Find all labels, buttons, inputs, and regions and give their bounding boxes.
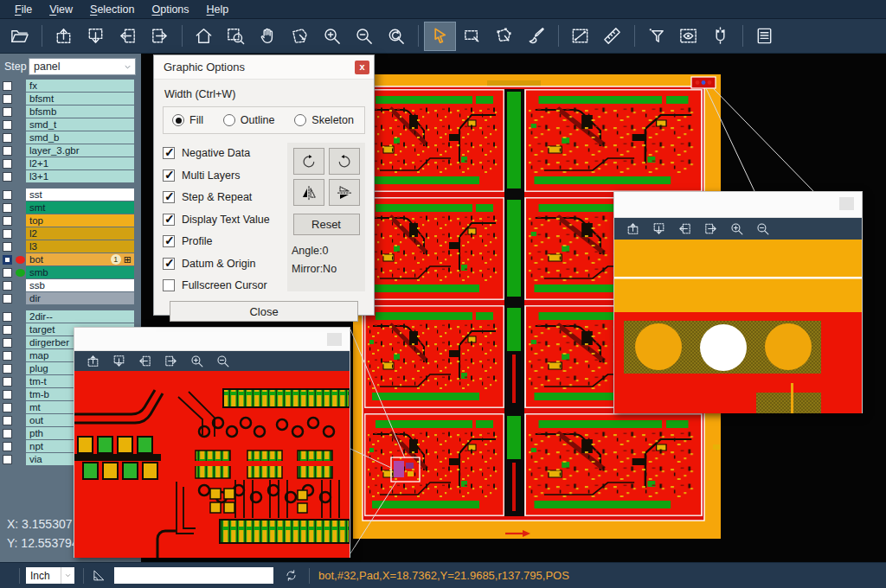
- layer-name[interactable]: ssb ⊞: [26, 279, 134, 291]
- menu-item[interactable]: View: [42, 2, 80, 17]
- layer-visibility-checkbox[interactable]: [3, 229, 12, 239]
- layer-visibility-checkbox[interactable]: [3, 107, 12, 117]
- layer-name[interactable]: 2dir-- ⊞: [26, 310, 134, 323]
- transform-button[interactable]: [329, 179, 360, 206]
- layer-visibility-checkbox[interactable]: [3, 268, 12, 278]
- layer-visibility-checkbox[interactable]: [3, 146, 12, 156]
- detail-window-right[interactable]: [613, 191, 863, 413]
- command-input[interactable]: [114, 567, 273, 584]
- menu-item[interactable]: File: [7, 2, 40, 17]
- layer-visibility-checkbox[interactable]: [3, 429, 12, 438]
- window-control-button[interactable]: [839, 197, 854, 210]
- layer-visibility-checkbox[interactable]: [3, 242, 12, 252]
- layer-visibility-checkbox[interactable]: [3, 294, 12, 304]
- layer-row[interactable]: smd_t ⊞: [0, 118, 134, 131]
- layer-visibility-checkbox[interactable]: [3, 120, 12, 130]
- layer-name[interactable]: smb ⊞: [26, 266, 134, 278]
- layer-row[interactable]: smb ⊞: [0, 266, 134, 278]
- detail-view-right[interactable]: [614, 240, 862, 413]
- menu-item[interactable]: Selection: [82, 2, 142, 17]
- option-checkbox[interactable]: Profile: [163, 235, 287, 247]
- toolbar-button[interactable]: [748, 22, 780, 51]
- layer-visibility-checkbox[interactable]: [3, 455, 12, 464]
- close-icon[interactable]: x: [355, 61, 369, 74]
- width-mode-radio[interactable]: Fill: [172, 114, 203, 126]
- layer-row[interactable]: sst ⊞: [0, 189, 134, 201]
- layer-name[interactable]: top ⊞: [26, 214, 134, 227]
- dialog-title-bar[interactable]: Graphic Options x: [154, 55, 374, 80]
- toolbar-button[interactable]: [552, 22, 564, 51]
- option-checkbox[interactable]: Display Text Value: [163, 214, 287, 226]
- toolbar-button[interactable]: [488, 22, 520, 51]
- layer-name[interactable]: smd_t ⊞: [26, 118, 134, 131]
- layer-visibility-checkbox[interactable]: [3, 255, 12, 265]
- menu-item[interactable]: Options: [144, 2, 196, 17]
- toolbar-button[interactable]: [412, 22, 424, 51]
- layer-name[interactable]: l2 ⊞: [26, 227, 134, 240]
- toolbar-button[interactable]: [620, 220, 645, 238]
- toolbar-button[interactable]: [640, 22, 672, 51]
- layer-visibility-checkbox[interactable]: [3, 281, 12, 291]
- layer-visibility-checkbox[interactable]: [3, 338, 12, 348]
- layer-visibility-checkbox[interactable]: [3, 159, 12, 169]
- toolbar-button[interactable]: [220, 22, 252, 51]
- toolbar-button[interactable]: [209, 353, 235, 370]
- reset-button[interactable]: Reset: [293, 214, 360, 235]
- layer-name[interactable]: dir ⊞: [26, 292, 134, 304]
- toolbar-button[interactable]: [723, 220, 749, 238]
- layer-row[interactable]: bfsmt ⊞: [0, 93, 134, 105]
- toolbar-button[interactable]: [456, 22, 488, 51]
- layer-visibility-checkbox[interactable]: [3, 203, 12, 213]
- toolbar-button[interactable]: [183, 353, 209, 370]
- toolbar-button[interactable]: [380, 22, 412, 51]
- toolbar-button[interactable]: [176, 22, 188, 51]
- layer-visibility-checkbox[interactable]: [3, 312, 12, 322]
- toolbar-button[interactable]: [80, 353, 106, 370]
- layer-visibility-checkbox[interactable]: [3, 403, 12, 412]
- layer-name[interactable]: l2+1 ⊞: [26, 157, 134, 169]
- toolbar-button[interactable]: [35, 22, 48, 51]
- layer-grid-icon[interactable]: ⊞: [124, 254, 132, 265]
- transform-button[interactable]: [293, 148, 324, 175]
- layer-row[interactable]: smd_b ⊞: [0, 131, 134, 144]
- toolbar-button[interactable]: [424, 22, 456, 51]
- layer-name[interactable]: smt ⊞: [26, 201, 134, 214]
- layer-row[interactable]: dir ⊞: [0, 292, 134, 304]
- layer-name[interactable]: bfsmb ⊞: [26, 105, 134, 118]
- detail-view-left[interactable]: [74, 371, 350, 558]
- layer-row[interactable]: fx ⊞: [0, 80, 134, 92]
- layer-visibility-checkbox[interactable]: [3, 81, 12, 91]
- layer-visibility-checkbox[interactable]: [3, 416, 12, 425]
- layer-row[interactable]: 2dir-- ⊞: [0, 310, 134, 323]
- layer-row[interactable]: top ⊞: [0, 214, 134, 227]
- option-checkbox[interactable]: Multi Layers: [163, 169, 287, 182]
- layer-visibility-checkbox[interactable]: [3, 364, 12, 374]
- toolbar-button[interactable]: [520, 22, 552, 51]
- layer-visibility-checkbox[interactable]: [3, 390, 12, 399]
- toolbar-button[interactable]: [736, 22, 748, 51]
- toolbar-button[interactable]: [144, 22, 176, 51]
- layer-visibility-checkbox[interactable]: [3, 172, 12, 182]
- toolbar-button[interactable]: [112, 22, 144, 51]
- toolbar-button[interactable]: [316, 22, 348, 51]
- toolbar-button[interactable]: [596, 22, 628, 51]
- layer-visibility-checkbox[interactable]: [3, 216, 12, 226]
- sync-icon[interactable]: [284, 568, 299, 583]
- layer-name[interactable]: sst ⊞: [26, 189, 134, 201]
- toolbar-button[interactable]: [284, 22, 316, 51]
- toolbar-button[interactable]: [157, 353, 183, 370]
- toolbar-button[interactable]: [80, 22, 112, 51]
- layer-row[interactable]: l3 ⊞: [0, 240, 134, 252]
- layer-row[interactable]: bfsmb ⊞: [0, 105, 134, 118]
- layer-visibility-checkbox[interactable]: [3, 190, 12, 200]
- step-select[interactable]: panel: [29, 58, 136, 75]
- layer-name[interactable]: l3+1 ⊞: [26, 170, 134, 182]
- graphic-options-dialog[interactable]: Graphic Options x Width (Ctrl+W) Fill Ou…: [153, 54, 375, 316]
- toolbar-button[interactable]: [704, 22, 736, 51]
- toolbar-button[interactable]: [252, 22, 284, 51]
- layer-row[interactable]: layer_3.gbr ⊞: [0, 144, 134, 157]
- layer-name[interactable]: smd_b ⊞: [26, 131, 134, 144]
- layer-visibility-checkbox[interactable]: [3, 377, 12, 387]
- layer-row[interactable]: bot 1 ⊞: [0, 253, 134, 265]
- transform-button[interactable]: [293, 179, 324, 206]
